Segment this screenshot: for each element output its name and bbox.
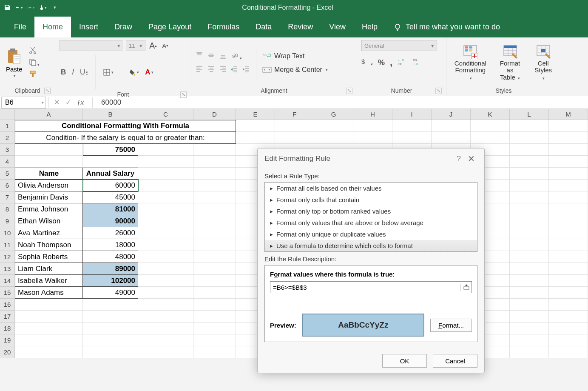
cell[interactable] — [15, 299, 83, 311]
cell[interactable]: 81000 — [83, 203, 138, 215]
cell[interactable] — [392, 120, 432, 132]
font-name-combo[interactable]: ▾ — [60, 40, 123, 51]
cell[interactable] — [510, 180, 549, 191]
cell[interactable] — [510, 120, 549, 132]
row-header[interactable]: 1 — [0, 120, 15, 132]
cell[interactable]: Olivia Anderson — [15, 180, 83, 191]
col-header[interactable]: H — [353, 109, 392, 120]
row-header[interactable]: 16 — [0, 299, 15, 311]
tab-help[interactable]: Help — [354, 17, 386, 37]
cell[interactable] — [510, 191, 549, 203]
touch-mode-icon[interactable]: ▾ — [39, 4, 47, 11]
cell[interactable] — [549, 275, 588, 287]
cell[interactable] — [193, 215, 236, 227]
alignment-launcher-icon[interactable]: ⤡ — [346, 88, 352, 94]
comma-style-icon[interactable]: , — [390, 57, 392, 68]
col-header[interactable]: J — [432, 109, 471, 120]
wrap-text-button[interactable]: ab Wrap Text — [262, 52, 328, 60]
decrease-decimal-icon[interactable]: .00→.0 — [412, 58, 421, 67]
tab-file[interactable]: File — [6, 17, 34, 37]
cell[interactable] — [236, 132, 275, 144]
cell[interactable] — [510, 251, 549, 263]
align-left-icon[interactable] — [196, 65, 203, 74]
cell[interactable]: 49000 — [83, 287, 138, 299]
cell[interactable] — [549, 334, 588, 346]
tab-insert[interactable]: Insert — [71, 17, 106, 37]
close-icon[interactable]: ✕ — [465, 154, 477, 164]
cell[interactable] — [15, 311, 83, 323]
orientation-icon[interactable]: ab▾ — [230, 51, 250, 61]
tab-page-layout[interactable]: Page Layout — [140, 17, 199, 37]
cell[interactable] — [549, 132, 588, 144]
cell[interactable]: 45000 — [83, 191, 138, 203]
bold-button[interactable]: B — [60, 68, 67, 77]
cell[interactable] — [138, 227, 193, 239]
rule-type-item[interactable]: ►Format all cells based on their values — [265, 183, 477, 194]
cell[interactable] — [193, 334, 236, 346]
cell[interactable] — [471, 132, 510, 144]
cell[interactable] — [138, 334, 193, 346]
col-header[interactable]: D — [193, 109, 236, 120]
cell[interactable] — [138, 287, 193, 299]
cell[interactable]: Liam Clark — [15, 263, 83, 275]
cell[interactable] — [510, 299, 549, 311]
cell[interactable] — [275, 120, 314, 132]
cell[interactable]: 60000 — [83, 180, 138, 191]
fx-icon[interactable]: ƒx — [77, 98, 87, 107]
cell[interactable] — [83, 156, 138, 168]
cell[interactable] — [138, 263, 193, 275]
cell[interactable] — [510, 287, 549, 299]
cell[interactable] — [510, 156, 549, 168]
cell[interactable]: Annual Salary — [83, 168, 138, 180]
cell[interactable] — [83, 323, 138, 334]
decrease-indent-icon[interactable] — [230, 66, 238, 75]
cell[interactable] — [193, 311, 236, 323]
row-header[interactable]: 20 — [0, 346, 15, 358]
cell[interactable] — [138, 215, 193, 227]
cell[interactable] — [510, 323, 549, 334]
cell[interactable] — [510, 239, 549, 251]
cell[interactable] — [138, 191, 193, 203]
cell[interactable]: 89000 — [83, 263, 138, 275]
col-header[interactable]: A — [15, 109, 83, 120]
cell[interactable]: Sophia Roberts — [15, 251, 83, 263]
cell[interactable] — [392, 132, 432, 144]
cell[interactable] — [83, 311, 138, 323]
rule-type-item[interactable]: ►Format only top or bottom ranked values — [265, 205, 477, 217]
cell[interactable] — [510, 275, 549, 287]
cell[interactable] — [15, 346, 83, 358]
align-top-icon[interactable] — [196, 51, 203, 61]
tab-data[interactable]: Data — [247, 17, 280, 37]
cell[interactable] — [138, 323, 193, 334]
cell[interactable] — [549, 215, 588, 227]
row-header[interactable]: 15 — [0, 287, 15, 299]
cell[interactable] — [83, 346, 138, 358]
cell[interactable] — [193, 287, 236, 299]
cell[interactable] — [193, 239, 236, 251]
row-header[interactable]: 5 — [0, 168, 15, 180]
cell[interactable] — [314, 132, 353, 144]
cell[interactable]: 90000 — [83, 215, 138, 227]
paste-button[interactable]: Paste ▾ — [4, 47, 24, 79]
cell[interactable]: Isabella Walker — [15, 275, 83, 287]
help-icon[interactable]: ? — [452, 154, 465, 163]
row-header[interactable]: 11 — [0, 239, 15, 251]
formula-input-field[interactable] — [270, 284, 460, 291]
cell[interactable]: Ava Martinez — [15, 227, 83, 239]
select-all-corner[interactable] — [0, 109, 15, 120]
rule-type-list[interactable]: ►Format all cells based on their values►… — [264, 182, 477, 252]
cell[interactable] — [83, 299, 138, 311]
fill-color-icon[interactable]: ▾ — [127, 68, 140, 76]
col-header[interactable]: L — [510, 109, 549, 120]
cell[interactable] — [83, 334, 138, 346]
qat-customize-icon[interactable]: ▾ — [51, 4, 59, 11]
align-center-icon[interactable] — [207, 65, 215, 74]
cell[interactable] — [549, 251, 588, 263]
cell[interactable] — [193, 323, 236, 334]
cell[interactable]: Ethan Wilson — [15, 215, 83, 227]
save-icon[interactable] — [3, 4, 11, 11]
cell[interactable]: Emma Johnson — [15, 203, 83, 215]
cell[interactable]: 18000 — [83, 239, 138, 251]
col-header[interactable]: K — [471, 109, 510, 120]
cell[interactable] — [471, 120, 510, 132]
